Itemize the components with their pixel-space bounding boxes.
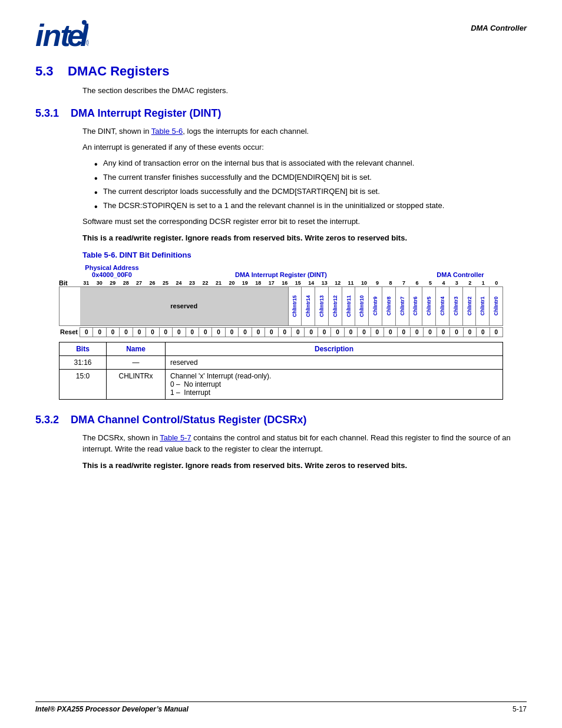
chlIntr5-field: ChlIntr5 <box>422 287 436 325</box>
bit-1: 1 <box>477 280 490 286</box>
bit-19: 19 <box>239 280 252 286</box>
row1-bits: 31:16 <box>59 355 107 369</box>
bit-29: 29 <box>106 280 119 286</box>
section-532-bold: This is a read/write register. Ignore re… <box>82 461 527 470</box>
bit-13: 13 <box>318 280 330 286</box>
reset-bit-2: 0 <box>464 328 477 337</box>
section-531-para1: The DINT, shown in Table 5-6, logs the i… <box>82 126 527 137</box>
reset-bit-17: 0 <box>265 328 278 337</box>
bit-3: 3 <box>450 280 463 286</box>
bit-22: 22 <box>199 280 211 286</box>
reset-bit-16: 0 <box>279 328 292 337</box>
bit-numbers-row: Bit 31 30 29 28 27 26 25 24 23 22 21 20 … <box>59 279 503 286</box>
bit-31: 31 <box>80 280 92 286</box>
dma-ctrl-label: DMA Controller <box>418 271 503 278</box>
section-532-para1: The DCSRx, shown in Table 5-7 contains t… <box>82 432 527 455</box>
bit-27: 27 <box>133 280 146 286</box>
section-53-number: 5.3 <box>35 64 54 78</box>
row1-desc: reserved <box>166 355 503 369</box>
svg-point-3 <box>82 20 87 25</box>
bit-5: 5 <box>424 280 437 286</box>
chlIntr0-field: ChlIntr0 <box>490 287 503 325</box>
physical-address-label: Physical Address 0x4000_00F0 <box>80 264 144 278</box>
bit-17: 17 <box>265 280 278 286</box>
reset-bit-31: 0 <box>80 328 93 337</box>
reset-bit-26: 0 <box>146 328 159 337</box>
reset-bit-28: 0 <box>120 328 133 337</box>
footer-right: 5-17 <box>513 705 527 713</box>
section-531-heading: DMA Interrupt Register (DINT) <box>71 107 221 119</box>
bit-24: 24 <box>172 280 185 286</box>
bit-row-label: Bit <box>59 279 80 286</box>
register-fields-row: reserved ChlIntr15 ChlIntr14 ChlIntr13 C… <box>59 286 503 326</box>
bit-30: 30 <box>92 280 105 286</box>
reset-bit-6: 0 <box>411 328 424 337</box>
bit-23: 23 <box>186 280 199 286</box>
footer-left: Intel® PXA255 Processor Developer’s Manu… <box>35 705 189 713</box>
bit-6: 6 <box>411 280 424 286</box>
table-56-title: Table 5-6. DINT Bit Definitions <box>82 251 527 259</box>
bit-4: 4 <box>437 280 450 286</box>
chlIntr11-field: ChlIntr11 <box>342 287 356 325</box>
bullet-2: The current transfer finishes successful… <box>94 172 527 183</box>
reset-bit-13: 0 <box>318 328 331 337</box>
reset-bit-14: 0 <box>305 328 318 337</box>
page-header: int e l ® DMA Controller <box>35 18 527 52</box>
reset-bit-4: 0 <box>437 328 450 337</box>
table-56-link[interactable]: Table 5-6 <box>151 127 183 136</box>
reset-bit-3: 0 <box>450 328 463 337</box>
svg-text:int: int <box>35 18 72 50</box>
bit-numbers-container: 31 30 29 28 27 26 25 24 23 22 21 20 19 1… <box>80 280 503 286</box>
header-section-label: DMA Controller <box>471 24 527 32</box>
desc-table: Bits Name Description 31:16 — reserved 1… <box>59 342 503 400</box>
bit-8: 8 <box>384 280 397 286</box>
reset-label: Reset <box>59 328 80 335</box>
chlIntr6-field: ChlIntr6 <box>409 287 423 325</box>
desc-table-desc-header: Description <box>166 342 503 355</box>
reset-row: Reset 0 0 0 0 0 0 0 0 0 0 0 0 0 0 0 0 0 … <box>59 327 503 337</box>
intel-logo: int e l ® <box>35 18 88 52</box>
bit-12: 12 <box>331 280 344 286</box>
section-531-number: 5.3.1 <box>35 107 59 119</box>
reset-bit-24: 0 <box>173 328 186 337</box>
reset-bit-0: 0 <box>490 328 503 337</box>
bullet-1: Any kind of transaction error on the int… <box>94 158 527 169</box>
bit-2: 2 <box>464 280 477 286</box>
section-531-bold: This is a read/write register. Ignore re… <box>82 233 527 242</box>
physical-address-header: Physical Address <box>80 264 144 271</box>
register-header-labels: Physical Address 0x4000_00F0 DMA Interru… <box>59 264 503 278</box>
bit-28: 28 <box>119 280 132 286</box>
reset-bit-25: 0 <box>160 328 173 337</box>
reset-bit-11: 0 <box>345 328 358 337</box>
reset-bit-19: 0 <box>239 328 252 337</box>
chlIntr8-field: ChlIntr8 <box>382 287 396 325</box>
reset-bit-18: 0 <box>252 328 265 337</box>
reset-bit-30: 0 <box>93 328 106 337</box>
reset-bit-8: 0 <box>384 328 397 337</box>
reset-bit-5: 0 <box>424 328 437 337</box>
row2-desc: Channel 'x' Interrupt (read-only). 0 – N… <box>166 369 503 399</box>
bit-11: 11 <box>344 280 357 286</box>
bullet-4: The DCSR:STOPIRQEN is set to a 1 and the… <box>94 200 527 211</box>
interrupt-bullets: Any kind of transaction error on the int… <box>94 158 527 212</box>
reset-bit-9: 0 <box>371 328 384 337</box>
register-diagram-wrapper: Physical Address 0x4000_00F0 DMA Interru… <box>59 264 503 400</box>
bit-9: 9 <box>371 280 384 286</box>
section-532-title: 5.3.2 DMA Channel Control/Status Registe… <box>35 414 527 426</box>
bit-10: 10 <box>358 280 371 286</box>
chlIntr13-field: ChlIntr13 <box>315 287 329 325</box>
reset-bit-23: 0 <box>186 328 199 337</box>
chlIntr1-field: ChlIntr1 <box>476 287 490 325</box>
section-532-heading: DMA Channel Control/Status Register (DCS… <box>71 414 306 426</box>
bit-15: 15 <box>292 280 305 286</box>
bit-18: 18 <box>252 280 265 286</box>
dma-int-reg-header: DMA Interrupt Register (DINT) <box>144 271 418 278</box>
page: int e l ® DMA Controller 5.3 DMAC Regist… <box>0 0 562 728</box>
bit-20: 20 <box>225 280 238 286</box>
bit-26: 26 <box>146 280 158 286</box>
table-57-link[interactable]: Table 5-7 <box>160 433 191 442</box>
chlIntr3-field: ChlIntr3 <box>449 287 463 325</box>
desc-table-name-header: Name <box>107 342 166 355</box>
svg-text:®: ® <box>86 38 88 48</box>
chlIntr7-field: ChlIntr7 <box>396 287 409 325</box>
